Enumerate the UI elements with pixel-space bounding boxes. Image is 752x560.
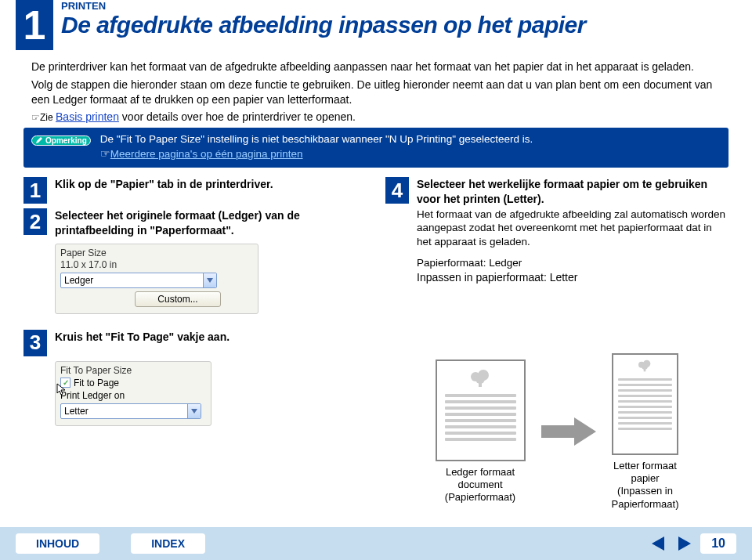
note-box: Opmerking De "Fit To Paper Size" instell… — [24, 128, 728, 168]
page-title: De afgedrukte afbeelding inpassen op het… — [61, 12, 736, 38]
paper-size-label: Paper Size — [60, 247, 258, 258]
dropdown-arrow-icon[interactable] — [203, 273, 216, 287]
ledger-doc-figure — [436, 359, 526, 461]
illus-left-2: document — [436, 479, 526, 491]
step-4-title: Selecteer het werkelijke formaat papier … — [417, 177, 728, 205]
svg-rect-7 — [644, 367, 646, 371]
illus-left-3: (Papierformaat) — [436, 491, 526, 504]
step-number-2: 2 — [24, 208, 47, 235]
step-3-title: Kruis het "Fit To Page" vakje aan. — [55, 330, 367, 344]
letter-doc-figure — [612, 353, 678, 455]
next-page-icon[interactable] — [675, 535, 692, 552]
step-4-extra2: Inpassen in papierformaat: Letter — [417, 270, 728, 284]
illus-right-4: Papierformaat) — [612, 498, 679, 511]
arrow-right-icon — [541, 417, 596, 446]
fit-to-page-label: Fit to Page — [74, 378, 119, 388]
custom-button[interactable]: Custom... — [135, 291, 221, 307]
see-also-line: ☞Zie Basis printen voor details over hoe… — [31, 110, 721, 123]
pencil-icon — [35, 136, 43, 144]
illus-right-1: Letter formaat — [612, 460, 679, 472]
step-2-title: Selecteer het originele formaat (Ledger)… — [55, 208, 367, 237]
illustration-row: Ledger formaat document (Papierformaat) — [385, 353, 728, 511]
opmerking-pill: Opmerking — [31, 135, 91, 146]
fit-to-page-panel: Fit To Paper Size ✓ Fit to Page Print Le… — [55, 361, 212, 426]
print-on-label: Print Ledger on — [60, 390, 206, 401]
inhoud-button[interactable]: INHOUD — [16, 533, 99, 554]
illus-left-1: Ledger formaat — [436, 466, 526, 479]
tree-icon — [470, 369, 490, 388]
basis-printen-link[interactable]: Basis printen — [56, 110, 119, 123]
intro-paragraph-2: Volg de stappen die hieronder staan om d… — [31, 78, 721, 107]
prev-page-icon[interactable] — [650, 535, 667, 552]
print-on-select[interactable]: Letter — [60, 403, 201, 419]
meerdere-paginas-link[interactable]: Meerdere pagina's op één pagina printen — [110, 148, 303, 160]
dropdown-arrow-icon[interactable] — [187, 404, 201, 418]
section-number: 1 — [16, 0, 53, 50]
step-number-3: 3 — [24, 330, 47, 356]
opmerking-label: Opmerking — [45, 136, 87, 145]
step-1-title: Klik op de "Papier" tab in de printerdri… — [55, 177, 367, 191]
pointer-icon: ☞ — [100, 148, 110, 160]
page-number: 10 — [700, 533, 736, 554]
step-number-4: 4 — [385, 177, 409, 204]
note-line: De "Fit To Paper Size" instelling is nie… — [100, 132, 721, 147]
pointer-icon: ☞Zie — [31, 112, 56, 123]
paper-size-value: Ledger — [64, 275, 93, 286]
footer-bar: INHOUD INDEX 10 — [0, 527, 752, 560]
print-on-value: Letter — [64, 406, 89, 417]
paper-size-dims: 11.0 x 17.0 in — [60, 259, 258, 270]
svg-rect-3 — [479, 381, 482, 387]
step-4-sub: Het formaat van de afgedrukte afbeelding… — [417, 208, 728, 249]
fit-to-paper-size-label: Fit To Paper Size — [60, 365, 206, 376]
index-button[interactable]: INDEX — [131, 533, 205, 554]
see-suffix: voor details over hoe de printerdriver t… — [119, 110, 356, 123]
intro-paragraph-1: De printerdriver kan het formaat van de … — [31, 60, 721, 74]
tree-icon — [638, 359, 652, 372]
fit-to-page-checkbox[interactable]: ✓ — [60, 378, 70, 388]
illus-right-2: papier — [612, 472, 679, 485]
step-4-extra1: Papierformaat: Ledger — [417, 256, 728, 270]
illus-right-3: (Inpassen in — [612, 485, 679, 497]
section-label: PRINTEN — [61, 0, 736, 12]
step-number-1: 1 — [24, 177, 47, 204]
paper-size-select[interactable]: Ledger — [60, 273, 217, 288]
paper-size-panel: Paper Size 11.0 x 17.0 in Ledger Custom.… — [55, 244, 258, 314]
